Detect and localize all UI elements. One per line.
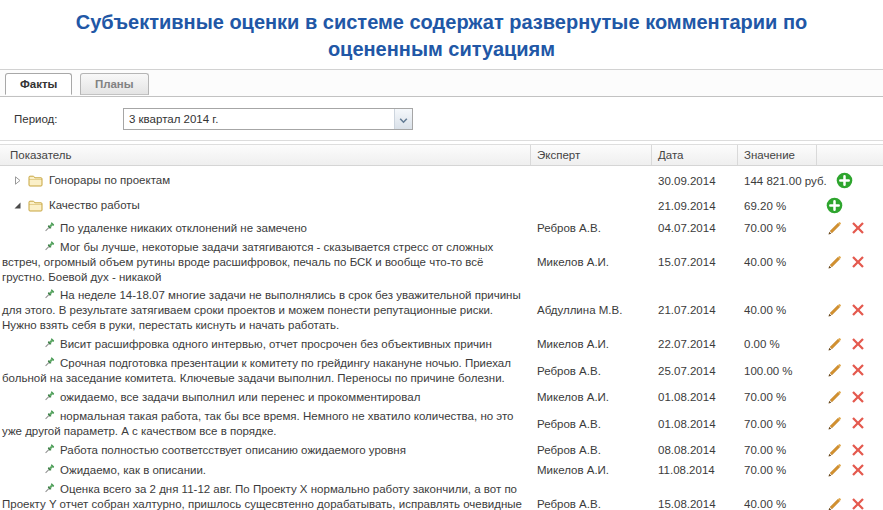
edit-button[interactable]: [826, 336, 843, 353]
date-cell: 04.07.2014: [652, 222, 738, 234]
actions-cell: [817, 254, 883, 271]
indicator-cell: Гонорары по проектам: [0, 173, 531, 188]
table-row: Висит расшифровка одного интервью, отчет…: [0, 334, 883, 354]
expert-cell: Ребров А.В.: [531, 365, 652, 377]
table-row: ожидаемо, все задачи выполнил или перене…: [0, 387, 883, 407]
comment-text: По удаленке никаких отклонений не замече…: [60, 222, 307, 234]
indicator-label: Гонорары по проектам: [49, 173, 170, 188]
value-cell: 144 821.00 руб.: [738, 175, 827, 187]
expert-cell: Микелов А.И.: [531, 256, 652, 268]
actions-cell: [817, 462, 883, 479]
value-cell: 70.00 %: [738, 391, 817, 403]
table-row: Ожидаемо, как в описании.Микелов А.И.11.…: [0, 460, 883, 480]
delete-button[interactable]: [850, 362, 867, 379]
tab-plans[interactable]: Планы: [80, 73, 149, 95]
delete-button[interactable]: [850, 302, 867, 319]
expert-cell: Микелов А.И.: [531, 464, 652, 476]
actions-cell: [817, 362, 883, 379]
actions-cell: [817, 302, 883, 319]
actions-cell: [817, 197, 883, 214]
edit-button[interactable]: [826, 302, 843, 319]
pushpin-icon: [42, 463, 56, 476]
indicator-cell: Ожидаемо, как в описании.: [0, 463, 531, 478]
expert-cell: Ребров А.В.: [531, 498, 652, 510]
delete-button[interactable]: [850, 415, 867, 432]
pushpin-icon: [42, 409, 56, 422]
period-select-value: 3 квартал 2014 г.: [124, 113, 394, 125]
indicator-cell: Срочная подготовка презентации к комитет…: [0, 356, 531, 386]
page-title: Субъективные оценки в системе содержат р…: [37, 9, 847, 63]
actions-cell: [817, 442, 883, 459]
pushpin-icon: [42, 288, 56, 301]
edit-button[interactable]: [826, 389, 843, 406]
column-header-date: Дата: [652, 145, 738, 165]
value-cell: 40.00 %: [738, 498, 817, 510]
delete-button[interactable]: [850, 336, 867, 353]
indicator-label: Качество работы: [49, 198, 140, 213]
edit-button[interactable]: [826, 254, 843, 271]
indicator-cell: Висит расшифровка одного интервью, отчет…: [0, 337, 531, 352]
indicator-cell: Качество работы: [0, 198, 531, 213]
date-cell: 15.08.2014: [652, 498, 738, 510]
value-cell: 70.00 %: [738, 464, 817, 476]
edit-button[interactable]: [826, 362, 843, 379]
column-header-indicator: Показатель: [0, 145, 531, 165]
column-header-actions: [817, 145, 883, 165]
actions-cell: [817, 496, 883, 510]
period-label: Период:: [14, 113, 123, 125]
indicator-cell: На неделе 14-18.07 многие задачи не выпо…: [0, 288, 531, 333]
indicator-cell: По удаленке никаких отклонений не замече…: [0, 221, 531, 236]
date-cell: 08.08.2014: [652, 444, 738, 456]
comment-text: нормальная такая работа, так бы все врем…: [2, 410, 513, 437]
table-row: Срочная подготовка презентации к комитет…: [0, 354, 883, 387]
table-row: На неделе 14-18.07 многие задачи не выпо…: [0, 286, 883, 334]
comment-text: Срочная подготовка презентации к комитет…: [2, 357, 511, 384]
delete-button[interactable]: [850, 442, 867, 459]
pushpin-icon: [42, 221, 56, 234]
delete-button[interactable]: [850, 220, 867, 237]
edit-button[interactable]: [826, 415, 843, 432]
chevron-down-icon: [399, 110, 408, 128]
indicator-cell: Мог бы лучше, некоторые задачи затягиваю…: [0, 240, 531, 285]
date-cell: 15.07.2014: [652, 256, 738, 268]
value-cell: 0.00 %: [738, 338, 817, 350]
expand-arrow-icon[interactable]: [13, 176, 22, 185]
actions-cell: [817, 336, 883, 353]
actions-cell: [827, 172, 883, 189]
value-cell: 70.00 %: [738, 222, 817, 234]
delete-button[interactable]: [850, 496, 867, 510]
ratings-table: Показатель Эксперт Дата Значение Гонорар…: [0, 144, 883, 510]
value-cell: 70.00 %: [738, 418, 817, 430]
collapse-arrow-icon[interactable]: [13, 201, 22, 210]
period-row: Период: 3 квартал 2014 г.: [0, 97, 883, 141]
add-button[interactable]: [826, 197, 843, 214]
period-select[interactable]: 3 квартал 2014 г.: [123, 108, 413, 130]
table-body: Гонорары по проектам30.09.2014144 821.00…: [0, 166, 883, 510]
expert-cell: Ребров А.В.: [531, 222, 652, 234]
comment-text: ожидаемо, все задачи выполнил или перене…: [60, 391, 420, 403]
pushpin-icon: [42, 390, 56, 403]
table-row: Гонорары по проектам30.09.2014144 821.00…: [0, 168, 883, 193]
expert-cell: Ребров А.В.: [531, 418, 652, 430]
period-select-dropdown-button[interactable]: [394, 109, 412, 129]
delete-button[interactable]: [850, 389, 867, 406]
comment-text: Мог бы лучше, некоторые задачи затягиваю…: [2, 241, 493, 283]
edit-button[interactable]: [826, 442, 843, 459]
edit-button[interactable]: [826, 496, 843, 510]
add-button[interactable]: [836, 172, 853, 189]
value-cell: 69.20 %: [738, 200, 817, 212]
date-cell: 01.08.2014: [652, 391, 738, 403]
comment-text: Висит расшифровка одного интервью, отчет…: [60, 338, 492, 350]
tab-facts[interactable]: Факты: [5, 73, 72, 95]
date-cell: 22.07.2014: [652, 338, 738, 350]
column-header-expert: Эксперт: [531, 145, 652, 165]
delete-button[interactable]: [850, 462, 867, 479]
tab-bar: Факты Планы: [0, 69, 883, 97]
delete-button[interactable]: [850, 254, 867, 271]
date-cell: 30.09.2014: [652, 175, 738, 187]
comment-text: На неделе 14-18.07 многие задачи не выпо…: [2, 289, 521, 331]
edit-button[interactable]: [826, 462, 843, 479]
edit-button[interactable]: [826, 220, 843, 237]
expert-cell: Микелов А.И.: [531, 391, 652, 403]
comment-text: Работа полностью соответсствует описанию…: [60, 444, 406, 456]
